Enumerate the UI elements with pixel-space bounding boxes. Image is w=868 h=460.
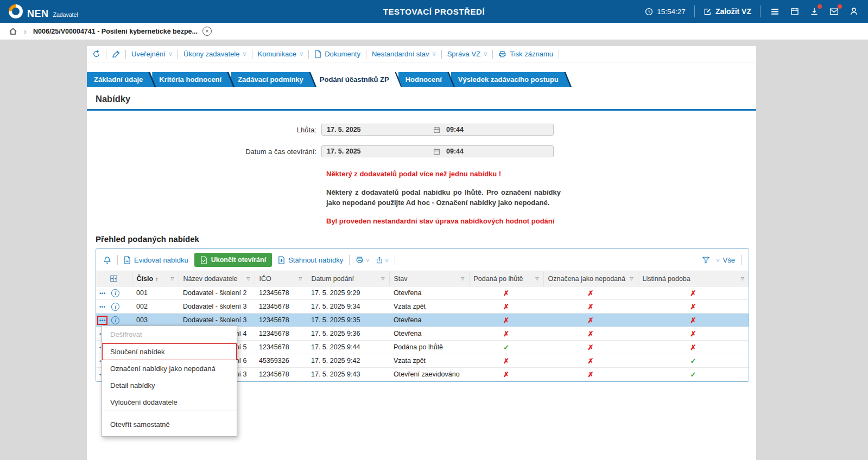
stahnout-nabidky-button[interactable]: Stáhnout nabídky [278,256,343,264]
calendar-small-icon[interactable] [433,126,440,133]
column-header-ico[interactable]: IČO▽ [255,271,307,286]
menu-item-vylouceni-dodavatele[interactable]: Vyloučení dodavatele [102,394,237,411]
clock-value: 15:54:27 [657,8,686,16]
table-row[interactable]: •••i001Dodavatel - školení 21234567817. … [96,286,749,300]
ukoncit-oteviranni-button[interactable]: Ukončit otevírání [194,253,272,267]
caret-down-icon: ▽ [433,52,436,56]
time-value[interactable]: 09:44 [440,148,464,155]
time-value[interactable]: 09:44 [440,126,464,133]
record-toolbar-item-uverejneni[interactable]: Uveřejnění▽ [131,50,172,58]
evidovat-nabidku-button[interactable]: Evidovat nabídku [124,256,188,264]
ukoncit-label: Ukončit otevírání [211,256,266,264]
edit-record-button[interactable] [112,50,120,58]
column-header-datum-podani[interactable]: Datum podání▽ [307,271,389,286]
table-row[interactable]: •••i002Dodavatel - školení 31234567817. … [96,300,749,314]
view-all-dropdown[interactable]: ▽ Vše [716,256,735,264]
export-icon [376,256,383,264]
home-icon [9,27,17,36]
menu-item-slouceni-nabidek[interactable]: Sloučení nabídek [102,343,237,360]
submission-date: 17. 5. 2025 9:42 [307,354,389,368]
record-toolbar-item-komunikace[interactable]: Komunikace▽ [258,50,303,58]
column-header-stav[interactable]: Stav▽ [389,271,469,286]
record-toolbar-item-nestandardni-stav[interactable]: Nestandardní stav▽ [372,50,436,58]
undo-button[interactable] [92,50,100,58]
column-header-listinna-podoba[interactable]: Listinná podoba▽ [638,271,749,286]
filter-caret-icon[interactable]: ▽ [461,276,464,281]
tab-vysledek-zadavaciho-postupu[interactable]: Výsledek zadávacího postupu [451,72,572,87]
breadcrumb: › N006/25/V00004741 - Posílení kyberneti… [0,23,868,40]
export-grid-button[interactable]: ▽ [376,256,389,264]
home-button[interactable] [9,27,17,36]
row-menu-button[interactable]: ••• [98,303,107,311]
notifications-button[interactable] [103,256,111,264]
row-menu-button[interactable]: ••• [98,316,107,324]
open-record-tab[interactable]: N006/25/V00004741 - Posílení kybernetick… [33,27,212,36]
filter-button[interactable] [702,256,710,264]
cross-icon: ✗ [638,327,749,341]
downloads-button[interactable] [809,6,820,17]
divider [125,50,126,59]
hamburger-menu-button[interactable] [769,6,781,17]
record-toolbar-item-sprava-vz[interactable]: Správa VZ▽ [447,50,487,58]
record-toolbar: Uveřejnění▽Úkony zadavatele▽Komunikace▽D… [87,46,756,62]
cross-icon: ✗ [638,300,749,314]
date-time-field[interactable]: 17. 5. 202509:44 [321,124,554,136]
grid-title: Přehled podaných nabídek [96,234,756,244]
messages-button[interactable] [828,6,840,17]
column-settings-header[interactable] [96,271,132,286]
menu-item-oznaceni-nabidky-jako-nepodana[interactable]: Označení nabídky jako nepodaná [102,360,237,377]
filter-caret-icon[interactable]: ▽ [630,276,633,281]
row-info-button[interactable]: i [111,303,119,311]
row-info-button[interactable]: i [111,316,119,324]
record-toolbar-item-tisk-zaznamu[interactable]: Tisk záznamu [498,50,553,58]
pencil-icon [112,50,120,58]
record-toolbar-item-label: Nestandardní stav [372,50,429,58]
tab-zadavaci-podminky[interactable]: Zadávací podmínky [231,72,316,87]
record-toolbar-item-ukony-zadavatele[interactable]: Úkony zadavatele▽ [183,50,246,58]
create-vz-button[interactable]: Založit VZ [704,7,751,16]
filter-caret-icon[interactable]: ▽ [299,276,302,281]
column-header-cislo[interactable]: Číslo↑▽ [132,271,179,286]
filter-caret-icon[interactable]: ▽ [381,276,384,281]
user-profile-button[interactable] [848,6,859,17]
record-toolbar-item-label: Úkony zadavatele [183,50,239,58]
column-label: Číslo [137,275,154,283]
cross-icon: ✗ [469,368,543,381]
ico-number: 12345678 [255,368,307,381]
filter-caret-icon[interactable]: ▽ [741,276,744,281]
nen-logo[interactable]: NEN Zadavatel [9,4,78,18]
message-text: Byl proveden nestandardní stav úprava na… [326,216,561,227]
filter-caret-icon[interactable]: ▽ [246,276,250,281]
divider [760,5,761,17]
tab-kriteria-hodnoceni[interactable]: Kritéria hodnocení [152,72,235,87]
record-toolbar-item-label: Dokumenty [325,50,360,58]
row-info-button[interactable]: i [111,289,119,297]
calendar-button[interactable] [789,6,800,17]
column-header-oznacena-jako-nepodana[interactable]: Označena jako nepodaná▽ [543,271,638,286]
column-label: Stav [394,275,408,283]
date-value[interactable]: 17. 5. 2025 [322,148,433,155]
tab-zakladni-udaje[interactable]: Základní údaje [87,72,156,87]
column-header-podana-po-lhute[interactable]: Podaná po lhůtě▽ [469,271,543,286]
record-toolbar-item-dokumenty[interactable]: Dokumenty [314,50,360,58]
close-record-button[interactable]: × [202,27,212,36]
filter-caret-icon[interactable]: ▽ [170,276,174,281]
document-download-icon [278,256,285,264]
calendar-small-icon[interactable] [433,148,440,155]
tab-hodnoceni[interactable]: Hodnocení [398,72,455,87]
filter-caret-icon[interactable]: ▽ [535,276,538,281]
row-menu-button[interactable]: ••• [98,289,107,297]
column-header-nazev-dodavatele[interactable]: Název dodavatele▽ [179,271,255,286]
menu-item-desifrovat: Dešifrovat [102,326,237,343]
date-value[interactable]: 17. 5. 2025 [322,126,433,133]
tab-podani-ucastniku-zp[interactable]: Podání účastníků ZP [313,72,402,87]
printer-icon [356,256,364,264]
menu-item-otevrit-samostatne[interactable]: Otevřít samostatně [102,416,237,433]
print-grid-button[interactable]: ▽ [356,256,369,264]
nen-logo-icon [9,4,23,18]
column-label: Datum podání [312,275,354,283]
date-time-field[interactable]: 17. 5. 202509:44 [321,145,554,157]
record-title: N006/25/V00004741 - Posílení kybernetick… [33,28,198,35]
chevron-right-icon: › [24,27,27,36]
menu-item-detail-nabidky[interactable]: Detail nabídky [102,377,237,394]
